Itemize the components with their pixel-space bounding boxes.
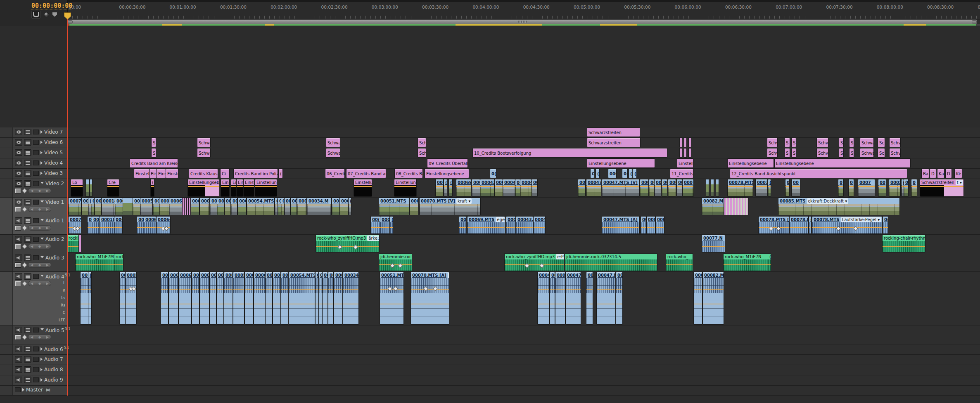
- clip[interactable]: (: [809, 217, 811, 233]
- clip[interactable]: 0: [849, 179, 854, 196]
- clip[interactable]: 00: [677, 179, 682, 196]
- clip[interactable]: 00: [515, 179, 520, 196]
- clip[interactable]: Einstellur: [354, 179, 372, 196]
- twirl-icon[interactable]: [40, 200, 44, 204]
- clip[interactable]: 00: [878, 179, 886, 196]
- sync-lock-column[interactable]: [0, 253, 13, 271]
- clip[interactable]: (: [349, 198, 351, 215]
- track-content-audio-6[interactable]: [67, 344, 980, 354]
- clip[interactable]: 0003: [506, 217, 515, 233]
- clip[interactable]: rocl: [114, 254, 123, 271]
- keyframe-nav-widget[interactable]: ◀◆▶: [28, 335, 51, 340]
- clip[interactable]: (: [279, 169, 282, 178]
- clip[interactable]: 000: [120, 272, 125, 324]
- clip-effect-badge[interactable]: e:Pegel ▾: [556, 254, 564, 259]
- track-content-master[interactable]: [67, 386, 980, 395]
- clip-effect-badge[interactable]: ärke:Pegel ▾: [367, 236, 379, 241]
- clip[interactable]: 00056: [126, 272, 136, 324]
- clip[interactable]: 00(: [95, 198, 101, 215]
- sync-lock-column[interactable]: [0, 138, 13, 148]
- lock-toggle[interactable]: [33, 140, 39, 145]
- keyframe-diamond[interactable]: [836, 226, 840, 231]
- clip[interactable]: 00: [133, 198, 140, 215]
- clip[interactable]: 00: [436, 179, 443, 196]
- clip[interactable]: 00: [217, 272, 223, 324]
- clip[interactable]: 000: [410, 198, 418, 215]
- clip[interactable]: C: [275, 198, 278, 215]
- add-keyframe-icon[interactable]: [22, 335, 27, 340]
- clip[interactable]: 10_Credits Bootsverfolgung: [473, 148, 667, 157]
- clip[interactable]: 000: [161, 272, 168, 324]
- lock-toggle[interactable]: [33, 255, 39, 260]
- clip[interactable]: S: [849, 138, 854, 147]
- clip[interactable]: 00047.MTS [A]el ▾: [602, 217, 639, 233]
- keyframe-nav-widget[interactable]: ◀◆▶: [28, 244, 51, 249]
- clip[interactable]: 00051.MTS: [379, 198, 409, 215]
- clip[interactable]: 000: [245, 272, 253, 324]
- keyframe-nav-widget[interactable]: ◀◆▶: [28, 188, 51, 193]
- keyframe-diamond[interactable]: [398, 263, 403, 268]
- clip[interactable]: rock-who_: [666, 254, 693, 271]
- clip[interactable]: S: [839, 148, 843, 157]
- clip[interactable]: 000: [115, 198, 123, 215]
- track-content-audio-8[interactable]: [67, 365, 980, 375]
- lock-toggle[interactable]: [33, 377, 39, 382]
- sync-lock-column[interactable]: [0, 158, 13, 168]
- clip[interactable]: Eir: [149, 169, 157, 178]
- clip[interactable]: Einstellungsebene: [775, 159, 910, 167]
- clip[interactable]: 000: [668, 179, 676, 196]
- clip[interactable]: 06_Credi: [325, 169, 344, 178]
- sync-lock-column[interactable]: [0, 169, 13, 179]
- clip[interactable]: 00: [231, 198, 237, 215]
- set-display-style-icon[interactable]: [15, 244, 21, 249]
- clip-effect-badge[interactable]: t ▾: [956, 180, 963, 185]
- track-content-video-2[interactable]: LoCre(EinstellungsebeEinsEiEin:EinstEins…: [67, 179, 980, 197]
- clip[interactable]: 12_Credits Band Ausichtspunkt: [730, 169, 907, 178]
- clip[interactable]: (: [449, 179, 452, 196]
- toggle-track-output-button[interactable]: [15, 139, 22, 146]
- track-content-video-4[interactable]: Credits Band am Kreisel09_Credits Überfa…: [67, 158, 980, 168]
- keyframe-diamond[interactable]: [353, 245, 358, 249]
- clip[interactable]: Schv: [817, 148, 828, 157]
- track-content-video-3[interactable]: EinstelliEirEinstEinsteCredits KlausCiCr…: [67, 169, 980, 179]
- clip[interactable]: 00: [285, 198, 290, 215]
- clip[interactable]: Schwa: [860, 148, 873, 157]
- clip[interactable]: 00069.MTSegel ▾: [467, 217, 505, 233]
- lock-toggle[interactable]: [33, 181, 39, 186]
- sync-lock-column[interactable]: [0, 355, 13, 365]
- track-content-video-1[interactable]: 000700((000(00018000000005(000006(000640…: [67, 198, 980, 216]
- twirl-icon[interactable]: [40, 130, 43, 134]
- lock-toggle[interactable]: [33, 150, 39, 155]
- keyframe-diamond[interactable]: [164, 226, 168, 231]
- track-display-button[interactable]: [24, 327, 31, 333]
- track-display-button[interactable]: [24, 170, 31, 177]
- clip[interactable]: Sch: [418, 148, 426, 157]
- keyframe-diamond[interactable]: [524, 263, 529, 268]
- lock-toggle[interactable]: [33, 367, 39, 372]
- clip[interactable]: S: [152, 148, 156, 157]
- keyframe-nav-widget[interactable]: ◀◆▶: [28, 225, 51, 231]
- clip[interactable]: 0: [785, 179, 789, 196]
- toggle-track-mute-button[interactable]: [15, 273, 22, 280]
- twirl-icon[interactable]: [40, 358, 43, 361]
- clip-sliver[interactable]: [189, 198, 190, 215]
- clip[interactable]: (: [596, 169, 599, 178]
- clip[interactable]: 00: [225, 198, 230, 215]
- clip-sliver[interactable]: [716, 179, 719, 196]
- track-content-audio-5[interactable]: [67, 325, 980, 344]
- clip-sliver[interactable]: [680, 148, 682, 157]
- lock-toggle[interactable]: [33, 171, 39, 176]
- clip[interactable]: 00018: [100, 217, 114, 233]
- clip[interactable]: 000: [459, 217, 466, 233]
- clip[interactable]: Einstellungs: [394, 179, 416, 196]
- sync-lock-column[interactable]: [0, 235, 13, 253]
- twirl-icon[interactable]: [40, 275, 44, 278]
- clip[interactable]: 00034.M: [307, 198, 331, 215]
- clip-sliver[interactable]: [706, 179, 709, 196]
- clip[interactable]: 00069: [456, 179, 471, 196]
- clip[interactable]: rock-who_zyniffHO.mp3e:Pegel ▾: [505, 254, 564, 271]
- clip-effect-badge[interactable]: Pegel ▾: [448, 273, 449, 278]
- clip[interactable]: 000: [586, 272, 593, 324]
- sync-lock-column[interactable]: [0, 344, 13, 354]
- clip[interactable]: 000: [273, 272, 280, 324]
